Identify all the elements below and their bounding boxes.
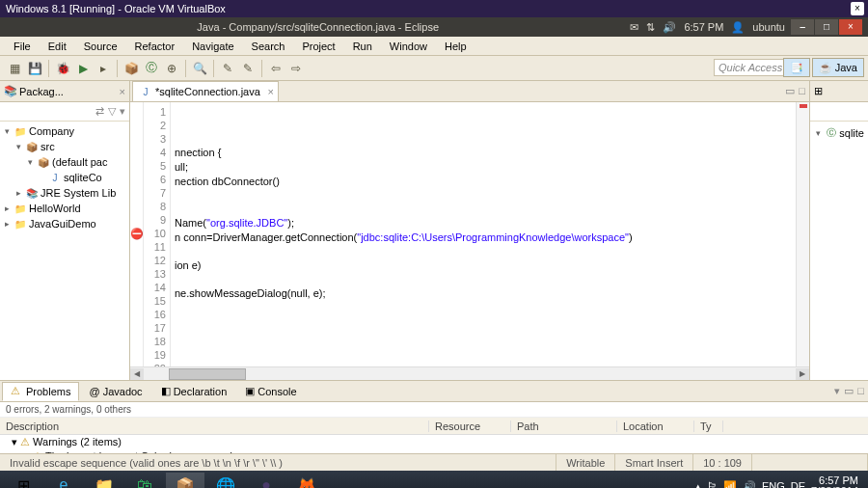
- tree-src[interactable]: src: [41, 141, 55, 152]
- code-editor[interactable]: ⛔ 1234567891011121314151617181920 nnecti…: [130, 102, 809, 366]
- package-explorer-tab[interactable]: 📚 Packag... ×: [0, 81, 129, 102]
- tray-arrow-icon[interactable]: ▴: [695, 480, 701, 489]
- java-perspective-button[interactable]: ☕Java: [812, 58, 864, 77]
- package-tree[interactable]: ▾📁Company ▾📦src ▾📦(default pac JsqliteCo…: [0, 122, 129, 380]
- maximize-view-icon[interactable]: □: [799, 85, 805, 97]
- new-class-icon[interactable]: Ⓒ: [143, 60, 160, 77]
- taskbar-chrome[interactable]: 🌐: [206, 473, 245, 488]
- tree-default-package[interactable]: (default pac: [52, 156, 107, 168]
- col-type[interactable]: Ty: [694, 420, 723, 432]
- col-path[interactable]: Path: [511, 420, 617, 432]
- menu-edit[interactable]: Edit: [41, 39, 74, 54]
- view-menu-icon[interactable]: ▾: [120, 105, 125, 118]
- col-location[interactable]: Location: [617, 420, 694, 432]
- mail-icon[interactable]: ✉: [630, 21, 638, 34]
- view-menu-icon[interactable]: ▾: [834, 385, 840, 397]
- vbox-close-button[interactable]: ×: [851, 2, 864, 15]
- back-icon[interactable]: ⇦: [267, 60, 285, 77]
- tree-javaguidemo[interactable]: JavaGuiDemo: [29, 218, 96, 230]
- status-insert: Smart Insert: [615, 454, 693, 471]
- run-last-icon[interactable]: ▸: [95, 60, 112, 77]
- user-name[interactable]: ubuntu: [752, 21, 785, 33]
- maximize-view-icon[interactable]: □: [857, 385, 864, 397]
- run-icon[interactable]: ▶: [74, 60, 92, 77]
- taskbar-firefox[interactable]: 🦊: [287, 473, 326, 488]
- javadoc-icon: @: [89, 386, 99, 397]
- scroll-left-icon[interactable]: ◀: [130, 368, 144, 380]
- outline-tab[interactable]: ⊞: [810, 81, 868, 102]
- debug-icon[interactable]: 🐞: [54, 60, 71, 77]
- problems-icon: ⚠: [11, 385, 20, 397]
- menu-window[interactable]: Window: [382, 39, 435, 54]
- minimize-view-icon[interactable]: ▭: [785, 85, 795, 97]
- code-content[interactable]: nnection { ull; nection dbConnector() Na…: [171, 102, 796, 366]
- close-icon[interactable]: ×: [120, 86, 125, 97]
- open-perspective-button[interactable]: 📑: [783, 58, 810, 77]
- editor-tab-sqliteconnection[interactable]: J *sqliteConnection.java ×: [132, 81, 279, 101]
- menu-navigate[interactable]: Navigate: [184, 39, 241, 54]
- error-marker-icon[interactable]: ⛔: [130, 227, 143, 240]
- tree-sqliteconnection[interactable]: sqliteCo: [64, 172, 102, 183]
- sound-icon[interactable]: 🔊: [663, 21, 676, 34]
- new-icon[interactable]: ▦: [6, 60, 23, 77]
- taskbar-virtualbox[interactable]: 📦: [166, 473, 204, 488]
- minimize-view-icon[interactable]: ▭: [844, 385, 854, 397]
- system-tray[interactable]: ▴ 🏳 📶 🔊 ENG DE 6:57 PM7/28/2014: [695, 475, 864, 488]
- user-icon[interactable]: 👤: [731, 21, 745, 34]
- tab-declaration[interactable]: ◧Declaration: [152, 382, 236, 401]
- taskbar-eclipse[interactable]: ●: [247, 473, 285, 488]
- menu-source[interactable]: Source: [76, 39, 125, 54]
- open-type-icon[interactable]: ⊕: [163, 60, 180, 77]
- editor-area: J *sqliteConnection.java × ▭ □ ⛔ 1234567…: [130, 81, 810, 380]
- table-row[interactable]: ▾ ⚠Warnings (2 items): [0, 435, 868, 449]
- menu-help[interactable]: Help: [437, 39, 475, 54]
- clock-text[interactable]: 6:57 PM: [684, 21, 723, 33]
- outline-panel: ⊞ ▾Ⓒsqlite: [810, 81, 868, 380]
- maximize-button[interactable]: □: [815, 19, 838, 35]
- horizontal-scrollbar[interactable]: ◀ ▶: [130, 366, 809, 380]
- col-resource[interactable]: Resource: [429, 420, 511, 432]
- tree-jre[interactable]: JRE System Lib: [41, 187, 116, 199]
- overview-ruler[interactable]: [796, 102, 809, 366]
- collapse-icon[interactable]: ▽: [108, 105, 116, 118]
- save-icon[interactable]: 💾: [26, 60, 43, 77]
- menu-refactor[interactable]: Refactor: [127, 39, 183, 54]
- new-package-icon[interactable]: 📦: [122, 60, 140, 77]
- tab-problems[interactable]: ⚠Problems: [2, 382, 79, 401]
- tree-project-company[interactable]: Company: [29, 125, 74, 137]
- annotation-icon[interactable]: ✎: [239, 60, 257, 77]
- menu-project[interactable]: Project: [294, 39, 342, 54]
- taskbar-store[interactable]: 🛍: [125, 473, 164, 488]
- menu-run[interactable]: Run: [345, 39, 380, 54]
- forward-icon[interactable]: ⇨: [287, 60, 305, 77]
- minimize-button[interactable]: ‒: [791, 19, 814, 35]
- toggle-mark-icon[interactable]: ✎: [219, 60, 236, 77]
- start-button[interactable]: ⊞: [4, 473, 42, 488]
- taskbar-explorer[interactable]: 📁: [85, 473, 123, 488]
- close-button[interactable]: ×: [839, 19, 862, 35]
- tray-sound-icon[interactable]: 🔊: [743, 480, 756, 489]
- tree-helloworld[interactable]: HelloWorld: [29, 203, 81, 214]
- tray-clock[interactable]: 6:57 PM7/28/2014: [811, 475, 858, 488]
- tray-network-icon[interactable]: 📶: [723, 480, 737, 489]
- close-tab-icon[interactable]: ×: [267, 86, 273, 97]
- tab-javadoc[interactable]: @Javadoc: [80, 382, 150, 401]
- network-icon[interactable]: ⇅: [646, 21, 655, 34]
- tray-lang[interactable]: ENG: [762, 480, 785, 488]
- scroll-right-icon[interactable]: ▶: [796, 368, 809, 380]
- problems-table[interactable]: Description Resource Path Location Ty ▾ …: [0, 418, 868, 453]
- taskbar-ie[interactable]: e: [44, 473, 83, 488]
- table-row[interactable]: ⚠The import java.awt.Color is never used…: [0, 449, 868, 453]
- tray-action-icon[interactable]: 🏳: [707, 480, 718, 488]
- link-editor-icon[interactable]: ⇄: [95, 105, 104, 118]
- marker-column: ⛔: [130, 102, 144, 366]
- tab-console[interactable]: ▣Console: [236, 382, 305, 401]
- search-icon[interactable]: 🔍: [191, 60, 208, 77]
- status-message: Invalid escape sequence (valid ones are …: [0, 454, 556, 471]
- menu-search[interactable]: Search: [244, 39, 293, 54]
- col-description[interactable]: Description: [0, 420, 429, 432]
- scrollbar-thumb[interactable]: [169, 368, 246, 380]
- tray-keyboard[interactable]: DE: [791, 480, 805, 488]
- menu-file[interactable]: File: [6, 39, 39, 54]
- outline-tree[interactable]: ▾Ⓒsqlite: [810, 122, 868, 145]
